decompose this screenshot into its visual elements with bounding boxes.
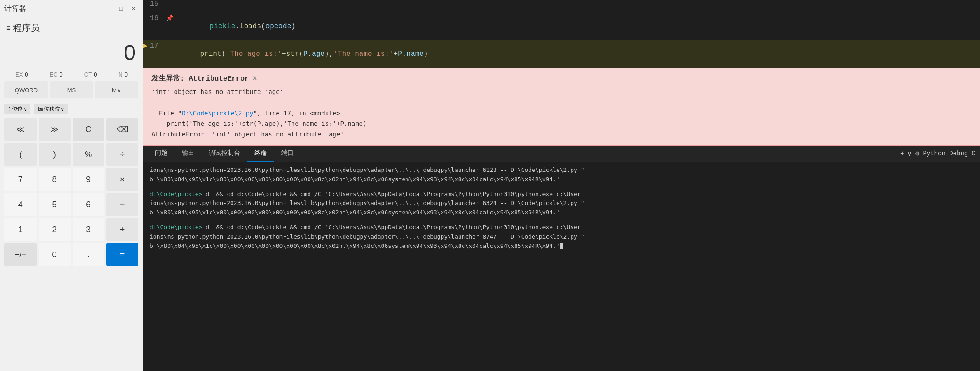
mem-ex-label: EX [15, 71, 23, 78]
3-button[interactable]: 3 [73, 218, 105, 241]
mem-ct-value: 0 [94, 71, 97, 78]
bit-shift-icon: ㎞ [38, 105, 43, 113]
multiply-button[interactable]: × [106, 168, 138, 191]
code-token: P [303, 50, 308, 58]
tab-problems[interactable]: 问题 [148, 146, 175, 162]
code-token: . [308, 50, 312, 58]
terminal-prompt-2: d:\Code\pickle> [150, 191, 202, 197]
exception-file-link[interactable]: D:\Code\pickle\2.py [181, 110, 253, 117]
bit-shift-caret: ∨ [61, 107, 64, 111]
lshift-button[interactable]: ≪ [4, 118, 37, 141]
bit-position-label: 位位 [12, 105, 23, 113]
m-down-button[interactable]: M∨ [95, 81, 138, 98]
bit-shift-label: 位移位 [44, 105, 60, 113]
line-number-17: 17 [150, 42, 166, 50]
code-token: str [286, 50, 299, 58]
add-terminal-button[interactable]: + [900, 150, 904, 157]
bit-position-button[interactable]: ÷ 位位 ∨ [4, 104, 30, 114]
minimize-button[interactable]: ─ [103, 4, 113, 13]
code-token: ( [261, 22, 266, 30]
ms-button[interactable]: MS [50, 81, 93, 98]
8-button[interactable]: 8 [39, 168, 71, 191]
rparen-button[interactable]: ) [39, 143, 71, 166]
code-token: print [200, 50, 221, 58]
calc-value: 0 [124, 41, 136, 64]
exception-body: 'int' object has no attribute 'age' File… [151, 87, 972, 140]
6-button[interactable]: 6 [73, 193, 105, 216]
tab-bar-right: + ∨ ⚙ Python Debug C [900, 149, 976, 158]
terminal-settings-icon[interactable]: ⚙ [915, 149, 920, 158]
1-button[interactable]: 1 [4, 218, 37, 241]
tab-terminal[interactable]: 终端 [247, 146, 274, 162]
hamburger-icon[interactable]: ≡ [6, 24, 10, 32]
tab-output[interactable]: 输出 [175, 146, 202, 162]
mem-ct: CT 0 [84, 71, 97, 78]
line-content-17: print('The age is:'+str(P.age),'The name… [166, 40, 428, 68]
calc-row-e: 1 2 3 + [4, 218, 138, 241]
calc-row-d: 4 5 6 − [4, 193, 138, 216]
9-button[interactable]: 9 [73, 168, 105, 191]
exception-title: 发生异常: AttributeError × [151, 74, 972, 83]
0-button[interactable]: 0 [39, 243, 71, 266]
add-button[interactable]: + [106, 218, 138, 241]
4-button[interactable]: 4 [4, 193, 37, 216]
negate-button[interactable]: +/− [4, 243, 37, 266]
code-token: pickle [210, 22, 236, 30]
rshift-button[interactable]: ≫ [39, 118, 71, 141]
calc-row-a: ≪ ≫ C ⌫ [4, 118, 138, 141]
7-button[interactable]: 7 [4, 168, 37, 191]
lparen-button[interactable]: ( [4, 143, 37, 166]
subtract-button[interactable]: − [106, 193, 138, 216]
line-content-16: pickle.loads(opcode) [175, 13, 296, 40]
terminal-content[interactable]: ions\ms-python.python-2023.16.0\pythonFi… [143, 162, 980, 371]
code-token: + [282, 50, 286, 58]
backspace-button[interactable]: ⌫ [106, 118, 138, 141]
calculator-panel: 计算器 ─ □ × ≡ 程序员 0 EX 0 EC 0 CT 0 N 0 [0, 0, 143, 371]
code-area: 15 16 📌 pickle.loads(opcode) ▶ 17 print(… [143, 0, 980, 68]
debug-arrow-icon: ▶ [143, 41, 148, 50]
terminal-dropdown-button[interactable]: ∨ [907, 150, 911, 158]
exception-popup: 发生异常: AttributeError × 'int' object has … [143, 68, 980, 146]
mem-ex-value: 0 [25, 71, 28, 78]
qword-button[interactable]: QWORD [4, 81, 48, 98]
calc-titlebar: 计算器 ─ □ × [0, 0, 143, 17]
code-token: P [398, 50, 402, 58]
code-line-15: 15 [143, 0, 980, 13]
mem-ct-label: CT [84, 71, 92, 78]
maximize-button[interactable]: □ [116, 4, 126, 13]
code-token: . [402, 50, 407, 58]
code-token: age [312, 50, 325, 58]
code-token: ( [221, 50, 226, 58]
code-token: ), [325, 50, 333, 58]
close-button[interactable]: × [129, 4, 138, 13]
tab-ports[interactable]: 端口 [274, 146, 301, 162]
code-line-16: 16 📌 pickle.loads(opcode) [143, 13, 980, 40]
5-button[interactable]: 5 [39, 193, 71, 216]
code-token: loads [240, 22, 261, 30]
calc-row-c: 7 8 9 × [4, 168, 138, 191]
divide-button[interactable]: ÷ [106, 143, 138, 166]
code-token: ( [299, 50, 303, 58]
mem-ex: EX 0 [15, 71, 28, 78]
exception-close-button[interactable]: × [253, 75, 257, 83]
code-token: name [406, 50, 423, 58]
terminal-block-1: ions\ms-python.python-2023.16.0\pythonFi… [150, 166, 974, 184]
line-number-15: 15 [143, 0, 166, 8]
2-button[interactable]: 2 [39, 218, 71, 241]
calc-header: ≡ 程序员 [0, 17, 143, 36]
dot-button[interactable]: . [73, 243, 105, 266]
calc-buttons-area: ≪ ≫ C ⌫ ( ) % ÷ 7 8 9 × 4 5 6 − 1 2 [0, 116, 143, 371]
calc-mode-label: 程序员 [13, 22, 40, 34]
percent-button[interactable]: % [73, 143, 105, 166]
mem-n: N 0 [118, 71, 128, 78]
clear-button[interactable]: C [73, 118, 105, 141]
mem-ec: EC 0 [50, 71, 63, 78]
bit-shift-button[interactable]: ㎞ 位移位 ∨ [34, 104, 68, 114]
mem-n-label: N [118, 71, 122, 78]
equals-button[interactable]: = [106, 243, 138, 266]
bottom-panel: 问题 输出 调试控制台 终端 端口 + ∨ ⚙ Python Debug C i… [143, 146, 980, 371]
tab-debug-console[interactable]: 调试控制台 [202, 146, 247, 162]
bit-position-caret: ∨ [24, 107, 27, 111]
mem-n-value: 0 [125, 71, 128, 78]
calc-win-controls: ─ □ × [103, 4, 138, 13]
